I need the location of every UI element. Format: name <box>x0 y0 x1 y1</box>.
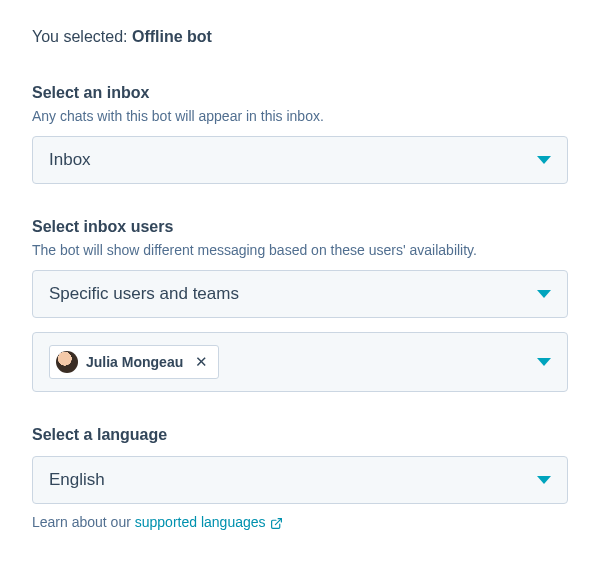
inbox-select[interactable]: Inbox <box>32 136 568 184</box>
users-title: Select inbox users <box>32 218 568 236</box>
inbox-help: Any chats with this bot will appear in t… <box>32 108 568 124</box>
supported-languages-link[interactable]: supported languages <box>135 514 266 530</box>
svg-line-0 <box>275 519 281 525</box>
user-chip-label: Julia Mongeau <box>86 354 183 370</box>
users-mode-value: Specific users and teams <box>49 284 239 304</box>
language-select[interactable]: English <box>32 456 568 504</box>
language-select-value: English <box>49 470 105 490</box>
users-mode-select[interactable]: Specific users and teams <box>32 270 568 318</box>
inbox-select-value: Inbox <box>49 150 91 170</box>
avatar <box>56 351 78 373</box>
chevron-down-icon <box>537 358 551 366</box>
close-icon[interactable]: ✕ <box>191 353 208 371</box>
selected-prefix: You selected: <box>32 28 132 45</box>
language-help-prefix: Learn about our <box>32 514 135 530</box>
chevron-down-icon <box>537 290 551 298</box>
chevron-down-icon <box>537 476 551 484</box>
users-section: Select inbox users The bot will show dif… <box>32 218 568 392</box>
external-link-icon <box>270 517 283 530</box>
users-chip-container: Julia Mongeau ✕ <box>49 345 537 379</box>
users-picker[interactable]: Julia Mongeau ✕ <box>32 332 568 392</box>
language-section: Select a language English Learn about ou… <box>32 426 568 530</box>
language-title: Select a language <box>32 426 568 444</box>
selected-value: Offline bot <box>132 28 212 45</box>
language-help-line: Learn about our supported languages <box>32 514 568 530</box>
selected-summary: You selected: Offline bot <box>32 28 568 46</box>
inbox-title: Select an inbox <box>32 84 568 102</box>
user-chip: Julia Mongeau ✕ <box>49 345 219 379</box>
chevron-down-icon <box>537 156 551 164</box>
inbox-section: Select an inbox Any chats with this bot … <box>32 84 568 184</box>
users-help: The bot will show different messaging ba… <box>32 242 568 258</box>
